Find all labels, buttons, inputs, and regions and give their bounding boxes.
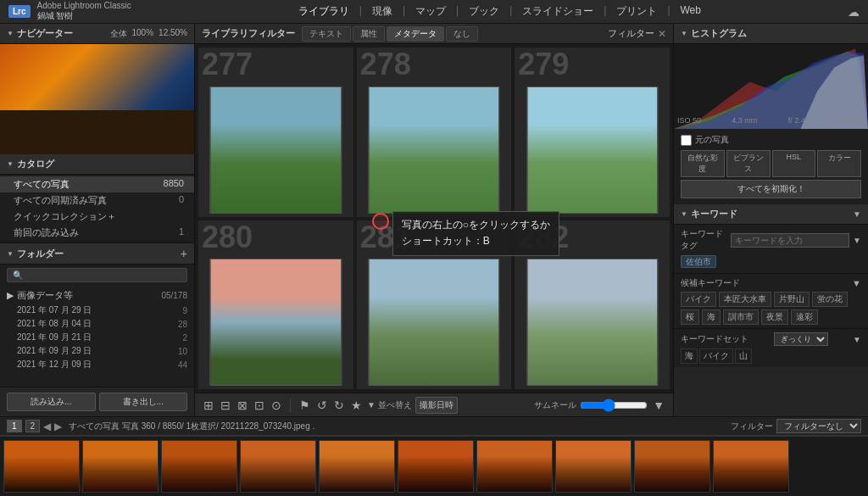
sat-btn-natural[interactable]: 自然な彩度	[681, 150, 725, 177]
kset-tag-sea[interactable]: 海	[681, 348, 698, 364]
keyword-input[interactable]	[731, 233, 849, 248]
folders-title: フォルダー	[17, 248, 64, 260]
suggest-tag-flower[interactable]: 蛍の花	[812, 292, 848, 307]
status-filter-select[interactable]: フィルターなし	[776, 419, 861, 433]
catalog-header[interactable]: ▼ カタログ	[0, 154, 194, 175]
grid-cell-280[interactable]: 280	[198, 220, 353, 390]
suggest-tag-bike[interactable]: バイク	[681, 292, 716, 307]
nav-web[interactable]: Web	[681, 4, 701, 19]
kset-tag-bike[interactable]: バイク	[699, 348, 733, 364]
suggest-tag-cherry[interactable]: 桜	[681, 309, 699, 325]
status-page-1[interactable]: 1	[7, 420, 22, 432]
filmstrip-thumb-9[interactable]	[634, 440, 710, 493]
photo-280[interactable]	[210, 259, 342, 386]
nav-map[interactable]: マップ	[415, 4, 446, 19]
filter-tab-none[interactable]: なし	[446, 26, 478, 42]
photo-279[interactable]	[526, 86, 658, 214]
nav-book[interactable]: ブック	[469, 4, 499, 19]
status-arrow-right[interactable]: ▶	[54, 421, 62, 432]
nav-print[interactable]: プリント	[616, 4, 657, 19]
filmstrip-thumb-5[interactable]	[319, 440, 395, 493]
compare-view-icon[interactable]: ⊠	[236, 398, 249, 412]
scroll-down-icon[interactable]: ▼	[651, 398, 666, 412]
survey-view-icon[interactable]: ⊡	[253, 398, 266, 412]
folder-item-2[interactable]: 2021 年 08 月 04 日 28	[0, 317, 194, 331]
navigator-header-left: ▼ ナビゲーター	[7, 27, 73, 40]
photo-281[interactable]	[368, 259, 499, 386]
navigator-header[interactable]: ▼ ナビゲーター 全体 100% 12.50%	[0, 24, 194, 44]
kset-tag-mountain[interactable]: 山	[735, 348, 752, 364]
sat-btn-color[interactable]: カラー	[817, 150, 861, 177]
kset-select[interactable]: ぎっくり	[774, 332, 828, 346]
grid-view-icon[interactable]: ⊞	[202, 398, 215, 412]
catalog-item-quick[interactable]: クイックコレクション＋	[0, 209, 194, 225]
rotate-icon[interactable]: ↺	[315, 398, 329, 412]
suggest-tag-watermill[interactable]: 本匠大水車	[719, 292, 771, 307]
filter-close-icon[interactable]: ✕	[658, 28, 666, 40]
nav-library[interactable]: ライブラリ	[298, 4, 349, 19]
rotate-cw-icon[interactable]: ↻	[332, 398, 346, 412]
suggest-tag-mountain[interactable]: 片野山	[774, 292, 810, 307]
star-icon[interactable]: ★	[349, 398, 364, 412]
filmstrip-thumb-10[interactable]	[713, 440, 789, 493]
reset-button[interactable]: すべてを初期化！	[681, 180, 861, 198]
zoom-fit[interactable]: 全体	[110, 28, 127, 40]
folder-item-4[interactable]: 2021 年 09 月 29 日 10	[0, 344, 194, 358]
folder-group-header[interactable]: ▶ 画像データ等 05/178	[0, 287, 194, 304]
folder-item-1[interactable]: 2021 年 07 月 29 日 9	[0, 304, 194, 317]
catalog-item-recent[interactable]: 前回の読み込み 1	[0, 225, 194, 241]
kset-expand-icon[interactable]: ▼	[853, 335, 861, 344]
suggest-tag-sea[interactable]: 海	[702, 309, 721, 325]
catalog-item-all-photos[interactable]: すべての写真 8850	[0, 176, 194, 192]
grid-cell-277[interactable]: 277	[198, 47, 353, 217]
folder-item-5[interactable]: 2021 年 12 月 09 日 44	[0, 358, 194, 371]
suggest-tag-distant[interactable]: 遠彩	[791, 309, 818, 325]
photo-277[interactable]	[210, 86, 342, 214]
catalog-item-synced[interactable]: すべての同期済み写真 0	[0, 192, 194, 209]
filter-tab-meta[interactable]: メタデータ	[387, 26, 444, 42]
status-page-2[interactable]: 2	[25, 420, 41, 432]
sat-btn-hsl[interactable]: HSL	[772, 150, 816, 177]
flag-icon[interactable]: ⚑	[298, 398, 312, 412]
suggest-tag-night[interactable]: 夜景	[761, 309, 788, 325]
zoom-custom[interactable]: 12.50%	[159, 28, 187, 40]
suggest-tag-kunichi[interactable]: 訓市市	[723, 309, 759, 325]
filmstrip-thumb-8[interactable]	[555, 440, 632, 493]
filter-tab-text[interactable]: テキスト	[302, 26, 351, 42]
folder-item-3[interactable]: 2021 年 09 月 21 日 2	[0, 331, 194, 344]
photo-278[interactable]	[368, 86, 499, 214]
zoom-100[interactable]: 100%	[132, 28, 154, 40]
people-view-icon[interactable]: ⊙	[270, 398, 283, 412]
histogram-header[interactable]: ▼ ヒストグラム	[674, 24, 868, 44]
keyword-tag-sakiichi[interactable]: 佐伯市	[681, 255, 716, 268]
original-photo-checkbox[interactable]	[681, 135, 692, 146]
cloud-icon[interactable]: ☁	[848, 5, 860, 19]
sat-btn-vibrance[interactable]: ビブランス	[726, 150, 771, 177]
suggest-expand-icon[interactable]: ▼	[852, 278, 861, 288]
loupe-view-icon[interactable]: ⊟	[219, 398, 232, 412]
filter-tab-attr[interactable]: 属性	[353, 26, 385, 42]
grid-cell-278[interactable]: 278	[357, 47, 512, 217]
filmstrip-thumb-3[interactable]	[161, 440, 237, 493]
filmstrip-thumb-7[interactable]	[476, 440, 553, 493]
thumbnail-slider[interactable]	[580, 398, 648, 412]
export-button[interactable]: 書き出し...	[99, 393, 188, 411]
sort-value[interactable]: 撮影日時	[415, 397, 458, 414]
suggest-keywords: 候補キーワード ▼ バイク 本匠大水車 片野山 蛍の花 桜 海 訓市市 夜景 遠…	[674, 273, 868, 328]
keywords-expand-icon[interactable]: ▼	[853, 209, 861, 219]
folder-search-input[interactable]	[7, 268, 187, 282]
nav-slideshow[interactable]: スライドショー	[522, 4, 593, 19]
filmstrip-thumb-1[interactable]	[3, 440, 80, 493]
kset-label: キーワードセット	[681, 333, 748, 345]
photo-282[interactable]	[526, 259, 658, 386]
filmstrip-thumb-4[interactable]	[240, 440, 316, 493]
folders-add-icon[interactable]: +	[181, 247, 187, 260]
filmstrip-thumb-2[interactable]	[82, 440, 159, 493]
nav-develop[interactable]: 現像	[372, 4, 392, 19]
folders-header[interactable]: ▼ フォルダー +	[0, 242, 194, 265]
filmstrip-thumb-6[interactable]	[398, 440, 474, 493]
keywords-header[interactable]: ▼ キーワード ▼	[674, 204, 868, 225]
grid-cell-279[interactable]: 279	[515, 47, 670, 217]
status-arrow-left[interactable]: ◀	[43, 421, 51, 432]
import-button[interactable]: 読み込み...	[7, 393, 96, 411]
